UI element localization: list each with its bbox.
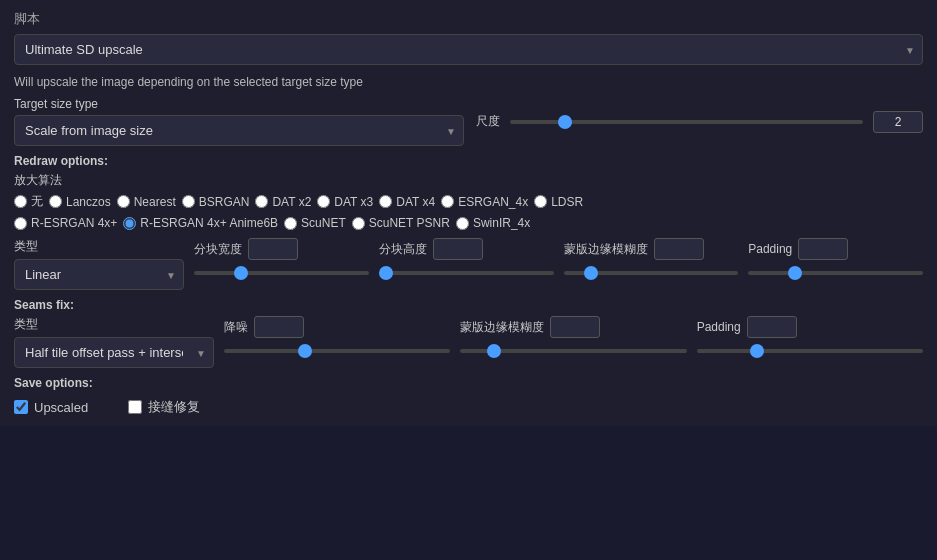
tile-height-label: 分块高度 <box>379 241 427 258</box>
seams-type-label: 类型 <box>14 316 214 333</box>
denoise-input[interactable]: 0.35 <box>254 316 304 338</box>
tile-height-input[interactable]: 0 <box>433 238 483 260</box>
algo-datx2[interactable]: DAT x2 <box>255 195 311 209</box>
tile-width-label: 分块宽度 <box>194 241 242 258</box>
seams-type-dropdown-wrapper[interactable]: Half tile offset pass + interse <box>14 337 214 368</box>
denoise-label: 降噪 <box>224 319 248 336</box>
tile-width-block: 分块宽度 512 <box>194 238 369 278</box>
main-container: 脚本 Ultimate SD upscale Will upscale the … <box>0 0 937 426</box>
algo-esrgan4x[interactable]: ESRGAN_4x <box>441 195 528 209</box>
padding-slider[interactable] <box>748 271 923 275</box>
mask-blur-label: 蒙版边缘模糊度 <box>564 241 648 258</box>
target-size-select[interactable]: Scale from image size <box>14 115 464 146</box>
script-select[interactable]: Ultimate SD upscale <box>14 34 923 65</box>
seam-fix-checkbox-label[interactable]: 接缝修复 <box>128 398 200 416</box>
algo-swinir4x[interactable]: SwinIR_4x <box>456 216 530 230</box>
target-row: Target size type Scale from image size 尺… <box>14 97 923 146</box>
scale-input[interactable]: 2 <box>873 111 923 133</box>
seams-params-row: 类型 Half tile offset pass + interse 降噪 0.… <box>14 316 923 368</box>
target-size-dropdown-wrapper[interactable]: Scale from image size <box>14 115 464 146</box>
algo-resrgan4x[interactable]: R-ESRGAN 4x+ <box>14 216 117 230</box>
redraw-label: Redraw options: <box>14 154 923 168</box>
algo-ldsr[interactable]: LDSR <box>534 195 583 209</box>
algo-resrgan4xanime[interactable]: R-ESRGAN 4x+ Anime6B <box>123 216 278 230</box>
seams-padding-slider[interactable] <box>697 349 923 353</box>
algo-bsrgan[interactable]: BSRGAN <box>182 195 250 209</box>
seams-padding-input[interactable]: 32 <box>747 316 797 338</box>
algorithm-group-1: 无 Lanczos Nearest BSRGAN DAT x2 DAT x3 D… <box>14 193 923 210</box>
target-left: Target size type Scale from image size <box>14 97 464 146</box>
tile-width-slider[interactable] <box>194 271 369 275</box>
type-dropdown-wrapper[interactable]: Linear <box>14 259 184 290</box>
upscale-algorithm-label: 放大算法 <box>14 172 923 189</box>
upscaled-checkbox[interactable] <box>14 400 28 414</box>
denoise-block: 降噪 0.35 <box>224 316 450 356</box>
padding-label: Padding <box>748 242 792 256</box>
algo-datx4[interactable]: DAT x4 <box>379 195 435 209</box>
target-right: 尺度 2 <box>476 111 923 133</box>
mask-blur-slider[interactable] <box>564 271 739 275</box>
script-label: 脚本 <box>14 10 923 28</box>
upscaled-label: Upscaled <box>34 400 88 415</box>
target-size-label: Target size type <box>14 97 464 111</box>
tile-height-slider[interactable] <box>379 271 554 275</box>
type-col: 类型 Linear <box>14 238 184 290</box>
type-label: 类型 <box>14 238 184 255</box>
padding-block: Padding 32 <box>748 238 923 278</box>
algo-none[interactable]: 无 <box>14 193 43 210</box>
type-select[interactable]: Linear <box>14 259 184 290</box>
mask-blur-input[interactable]: 8 <box>654 238 704 260</box>
script-dropdown-wrapper[interactable]: Ultimate SD upscale <box>14 34 923 65</box>
algo-scunetpsnr[interactable]: ScuNET PSNR <box>352 216 450 230</box>
seams-type-col: 类型 Half tile offset pass + interse <box>14 316 214 368</box>
seams-mask-blur-label: 蒙版边缘模糊度 <box>460 319 544 336</box>
seams-mask-blur-input[interactable]: 8 <box>550 316 600 338</box>
algo-datx3[interactable]: DAT x3 <box>317 195 373 209</box>
denoise-slider[interactable] <box>224 349 450 353</box>
save-options-row: Upscaled 接缝修复 <box>14 398 923 416</box>
seams-padding-label: Padding <box>697 320 741 334</box>
mask-blur-block: 蒙版边缘模糊度 8 <box>564 238 739 278</box>
tile-width-input[interactable]: 512 <box>248 238 298 260</box>
algo-lanczos[interactable]: Lanczos <box>49 195 111 209</box>
seams-fix-label: Seams fix: <box>14 298 923 312</box>
padding-input[interactable]: 32 <box>798 238 848 260</box>
seams-type-select[interactable]: Half tile offset pass + interse <box>14 337 214 368</box>
seams-padding-block: Padding 32 <box>697 316 923 356</box>
scale-slider[interactable] <box>510 120 863 124</box>
seam-fix-label: 接缝修复 <box>148 398 200 416</box>
scale-label: 尺度 <box>476 113 500 130</box>
tile-height-block: 分块高度 0 <box>379 238 554 278</box>
seam-fix-checkbox[interactable] <box>128 400 142 414</box>
upscaled-checkbox-label[interactable]: Upscaled <box>14 400 88 415</box>
algo-scunet[interactable]: ScuNET <box>284 216 346 230</box>
algorithm-group-2: R-ESRGAN 4x+ R-ESRGAN 4x+ Anime6B ScuNET… <box>14 216 923 230</box>
algo-nearest[interactable]: Nearest <box>117 195 176 209</box>
info-text: Will upscale the image depending on the … <box>14 75 923 89</box>
seams-mask-blur-block: 蒙版边缘模糊度 8 <box>460 316 686 356</box>
save-options-label: Save options: <box>14 376 923 390</box>
seams-mask-blur-slider[interactable] <box>460 349 686 353</box>
upscale-params-row: 类型 Linear 分块宽度 512 分块高度 0 <box>14 238 923 290</box>
